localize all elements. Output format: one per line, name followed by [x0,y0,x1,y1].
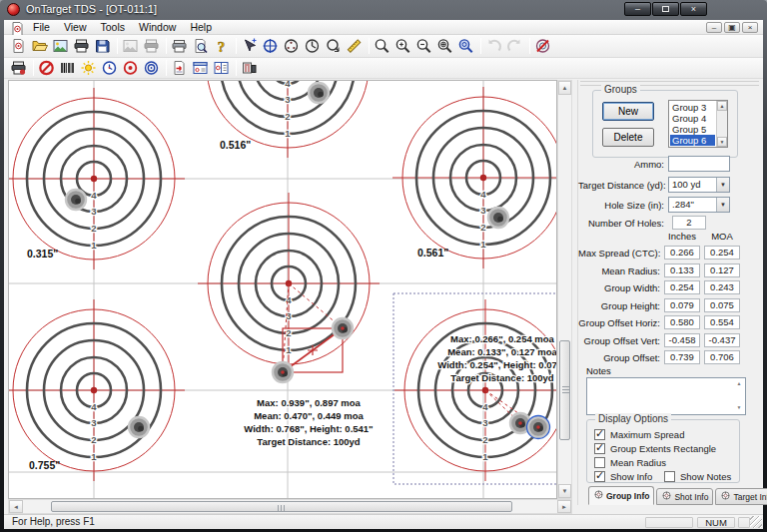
group-list-item[interactable]: Group 6 [670,135,715,146]
checkbox-maximum-spread[interactable] [594,429,605,440]
move-shot-button[interactable] [240,37,261,56]
target-shots-button[interactable] [282,37,303,56]
bullet-hole[interactable] [488,208,508,228]
chevron-down-icon[interactable]: ▼ [716,178,729,192]
measure-button[interactable] [345,37,366,56]
print-target-button[interactable] [9,59,30,78]
mdi-restore-button[interactable]: ▣ [724,22,740,33]
scroll-up-icon[interactable]: ▲ [717,101,727,111]
export-report-button[interactable] [170,59,191,78]
new-target-icon [10,38,29,54]
bullet-hole[interactable] [66,190,86,210]
print-preview-button[interactable] [191,37,212,56]
chevron-down-icon[interactable]: ▼ [716,198,729,212]
stat-moa-value: 0.254 [704,246,740,260]
ammo-input[interactable] [668,156,730,172]
target-center[interactable]: 4321Max: 0.939", 0.897 moaMean: 0.470", … [198,193,380,447]
rings-button[interactable] [142,59,163,78]
checkbox-group-extents-rectangle[interactable] [594,443,605,454]
checkbox-show-notes[interactable] [664,471,675,482]
checkbox-show-info[interactable] [594,471,605,482]
status-pane [645,517,693,528]
hide-target-button[interactable] [533,37,554,56]
scroll-left-icon[interactable]: ◄ [9,500,23,513]
print-multi-button[interactable] [72,37,93,56]
bullet-hole[interactable] [527,416,550,439]
delete-group-button[interactable]: Delete [602,128,654,147]
stat-inches-value: 0.266 [664,246,700,260]
new-group-button[interactable]: New [602,102,654,121]
menu-view[interactable]: View [57,20,94,35]
tab-shot-info[interactable]: Shot Info [656,488,713,505]
menu-tools[interactable]: Tools [94,20,133,35]
group-info-text: Target Distance: 100yd [257,436,361,447]
close-button[interactable]: × [680,2,707,16]
scroll-right-icon[interactable]: ► [557,500,571,513]
target-distance-select[interactable]: 100 yd ▼ [668,177,730,193]
canvas-hscrollbar[interactable]: ◄ ► [8,499,572,514]
minimize-button[interactable]: – [624,2,651,16]
brightness-button[interactable] [79,59,100,78]
target-top-right[interactable]: 43210.561" [392,87,556,268]
target-canvas[interactable]: 43210.315"43210.516"43210.561"4321Max: 0… [8,80,557,499]
group-list-item[interactable]: Group 4 [670,113,715,124]
scroll-up-icon[interactable]: ▲ [558,81,571,95]
zoom-in-button[interactable] [393,37,414,56]
import-image-button[interactable] [51,37,72,56]
zoom-button[interactable] [373,37,393,56]
mdi-close-button[interactable]: × [742,22,758,33]
target-top-middle[interactable]: 43210.516" [197,81,379,158]
target-rotate-button[interactable] [303,37,324,56]
target-top-left[interactable]: 43210.315" [9,88,185,269]
menu-window[interactable]: Window [132,20,183,35]
ring-dot-button[interactable] [121,59,142,78]
target-bottom-left[interactable]: 43210.755" [9,299,185,481]
bullet-hole[interactable] [273,362,293,382]
target-crosshair-button[interactable] [261,37,282,56]
vscroll-thumb[interactable] [559,340,570,440]
scroll-down-icon[interactable]: ▼ [734,403,744,413]
target-bottom-right[interactable]: 4321Max: 0.266", 0.254 moaMean: 0.133", … [393,293,556,484]
layout-vertical-button[interactable] [212,59,233,78]
bullet-hole[interactable] [309,83,329,103]
group-list-scrollbar[interactable]: ▲ ▼ [716,101,727,147]
hide-target-icon [534,38,553,54]
barcode-button[interactable] [58,59,79,78]
hole-size-select[interactable]: .284" ▼ [668,197,730,213]
hscroll-thumb[interactable] [51,501,512,512]
notes-textarea[interactable]: ▲ ▼ [586,377,746,415]
tab-group-info[interactable]: Group Info [588,486,654,505]
resize-grip[interactable] [750,516,762,528]
mdi-minimize-button[interactable]: – [706,22,722,33]
zoom-out-button[interactable] [414,37,435,56]
group-list[interactable]: Group 3Group 4Group 5Group 6 ▲ ▼ [668,100,728,148]
print-calc-button[interactable] [240,59,261,78]
checkbox-mean-radius[interactable] [594,457,605,468]
scroll-up-icon[interactable]: ▲ [734,379,744,389]
bullet-hole[interactable] [129,417,149,437]
zoom-target-button[interactable] [456,37,477,56]
open-button[interactable] [30,37,51,56]
group-list-item[interactable]: Group 3 [670,102,715,113]
group-info-text: Target Distance: 100yd [450,372,554,383]
rotate-q-button[interactable] [324,37,345,56]
help-button[interactable]: ? [212,37,233,56]
print-preview-icon [192,38,211,54]
new-target-button[interactable] [9,37,30,56]
save-button[interactable] [93,37,114,56]
scroll-down-icon[interactable]: ▼ [558,484,571,498]
print-button[interactable] [170,37,191,56]
canvas-vscrollbar[interactable]: ▲ ▼ [557,80,572,499]
group-list-item[interactable]: Group 5 [670,124,715,135]
menu-help[interactable]: Help [183,20,219,35]
bullet-hole[interactable] [333,318,353,338]
clock-button[interactable] [100,59,121,78]
zoom-all-button[interactable] [435,37,456,56]
scroll-down-icon[interactable]: ▼ [717,137,727,147]
block-button[interactable] [37,59,58,78]
maximize-button[interactable] [652,2,679,16]
tab-target-info[interactable]: Target Info [715,488,767,505]
menu-file[interactable]: File [26,20,57,35]
layout-horizontal-button[interactable] [191,59,212,78]
toolbar-separator [33,60,34,76]
